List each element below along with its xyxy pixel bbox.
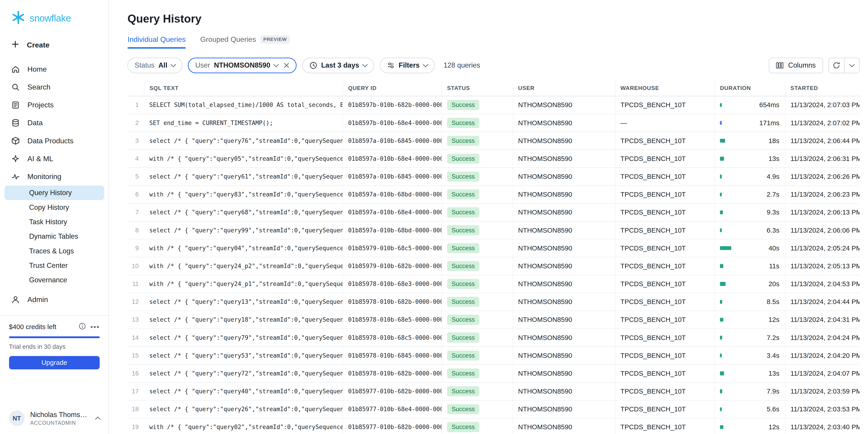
- duration-value: 6.3s: [767, 226, 779, 234]
- status-badge: Success: [447, 154, 479, 164]
- sidebar-item-admin[interactable]: Admin: [0, 291, 108, 309]
- started-cell: 11/13/2024, 2:06:06 PM: [785, 221, 860, 239]
- sidebar-item-data-products[interactable]: Data Products: [0, 132, 108, 150]
- query-row[interactable]: 6with /* { "query":"query83","streamId":…: [127, 186, 860, 204]
- header-warehouse[interactable]: WAREHOUSE: [615, 82, 715, 96]
- refresh-options-button[interactable]: [844, 58, 859, 73]
- user-cell: NTHOMSON8590: [513, 186, 615, 204]
- user-filter[interactable]: User NTHOMSON8590: [188, 58, 297, 73]
- header-sql-text[interactable]: SQL TEXT: [144, 82, 343, 96]
- query-row[interactable]: 16select /* { "query":"query72","streamI…: [127, 364, 860, 382]
- started-cell: 11/13/2024, 2:06:23 PM: [785, 186, 860, 204]
- sidebar-item-governance[interactable]: Governance: [4, 273, 104, 287]
- row-number: 19: [127, 418, 144, 434]
- create-label: Create: [27, 41, 50, 49]
- info-icon[interactable]: [79, 322, 86, 331]
- tab-grouped-queries[interactable]: Grouped Queries PREVIEW: [200, 35, 289, 49]
- row-number: 2: [127, 114, 144, 132]
- ai-ml-icon: [11, 154, 20, 163]
- started-cell: 11/13/2024, 2:03:53 PM: [785, 400, 860, 418]
- sql-text-cell: select /* { "query":"query79","streamId"…: [144, 329, 343, 346]
- sidebar-item-projects[interactable]: Projects: [0, 96, 108, 114]
- query-row[interactable]: 18select /* { "query":"query26","streamI…: [127, 400, 860, 418]
- snowflake-logo[interactable]: snowflake: [0, 0, 108, 35]
- time-range-filter[interactable]: Last 3 days: [302, 58, 374, 73]
- user-cell: NTHOMSON8590: [513, 400, 615, 418]
- duration-bar: [720, 175, 721, 178]
- started-cell: 11/13/2024, 2:04:20 PM: [785, 346, 860, 364]
- sidebar-item-traces-logs[interactable]: Traces & Logs: [4, 244, 104, 258]
- sidebar-item-trust-center[interactable]: Trust Center: [4, 258, 104, 273]
- sidebar-item-data[interactable]: Data: [0, 114, 108, 132]
- header-user[interactable]: USER: [513, 82, 615, 96]
- sidebar-item-search[interactable]: Search: [0, 78, 108, 96]
- query-row[interactable]: 14select /* { "query":"query79","streamI…: [127, 329, 860, 346]
- upgrade-button[interactable]: Upgrade: [9, 356, 100, 369]
- tab-individual-queries[interactable]: Individual Queries: [127, 35, 186, 49]
- status-cell: Success: [442, 382, 513, 400]
- clear-user-filter-icon[interactable]: [284, 63, 289, 68]
- sidebar-item-monitoring[interactable]: Monitoring: [0, 168, 108, 186]
- query-row[interactable]: 17select /* { "query":"query40","streamI…: [127, 382, 860, 400]
- status-badge: Success: [447, 118, 479, 128]
- query-row[interactable]: 3select /* { "query":"query76","streamId…: [127, 132, 860, 150]
- status-badge: Success: [447, 225, 479, 235]
- columns-button[interactable]: Columns: [769, 58, 823, 73]
- status-badge: Success: [447, 100, 479, 110]
- status-filter[interactable]: Status All: [127, 58, 182, 73]
- avatar: NT: [9, 410, 25, 426]
- row-number: 4: [127, 150, 144, 167]
- status-filter-value: All: [158, 61, 167, 69]
- refresh-button[interactable]: [829, 58, 844, 73]
- query-row[interactable]: 5select /* { "query":"query61","streamId…: [127, 167, 860, 185]
- started-cell: 11/13/2024, 2:05:24 PM: [785, 239, 860, 257]
- status-badge: Success: [447, 315, 479, 324]
- tab-label: Individual Queries: [127, 35, 186, 43]
- chevron-down-icon: [170, 62, 176, 67]
- status-badge: Success: [447, 422, 479, 432]
- duration-value: 2.7s: [767, 191, 779, 198]
- query-row[interactable]: 13select /* { "query":"query18","streamI…: [127, 311, 860, 329]
- query-row[interactable]: 12select /* { "query":"query13","streamI…: [127, 293, 860, 311]
- sidebar-item-label: Query History: [29, 189, 72, 197]
- more-options-icon[interactable]: •••: [90, 324, 100, 330]
- status-badge: Success: [447, 136, 479, 146]
- header-status[interactable]: STATUS: [442, 82, 513, 96]
- sidebar-item-home[interactable]: Home: [0, 60, 108, 78]
- user-menu[interactable]: NT Nicholas Thoms… ACCOUNTADMIN: [0, 403, 108, 434]
- query-row[interactable]: 8select /* { "query":"query99","streamId…: [127, 221, 860, 239]
- query-row[interactable]: 19with /* { "query":"query02","streamId"…: [127, 418, 860, 434]
- header-duration[interactable]: DURATION: [715, 82, 785, 96]
- filters-button[interactable]: Filters: [380, 58, 435, 73]
- sidebar-item-ai-ml[interactable]: AI & ML: [0, 150, 108, 168]
- sidebar-item-label: Home: [27, 65, 47, 73]
- snowflake-logo-icon: [11, 10, 26, 27]
- user-cell: NTHOMSON8590: [513, 132, 615, 150]
- status-badge: Success: [447, 172, 479, 182]
- filters-icon: [387, 61, 395, 69]
- duration-value: 8.5s: [767, 298, 779, 306]
- duration-value: 654ms: [759, 101, 779, 109]
- sidebar-item-dynamic-tables[interactable]: Dynamic Tables: [4, 229, 104, 244]
- projects-icon: [11, 101, 20, 110]
- status-badge: Success: [447, 333, 479, 342]
- home-icon: [11, 65, 20, 74]
- query-row[interactable]: 7select /* { "query":"query68","streamId…: [127, 204, 860, 221]
- query-row[interactable]: 2SET end_time = CURRENT_TIMESTAMP();01b8…: [127, 114, 860, 132]
- query-row[interactable]: 1SELECT SUM(total_elapsed_time)/1000 AS …: [127, 96, 860, 114]
- sidebar-item-label: Data: [27, 119, 43, 127]
- duration-value: 5.6s: [767, 405, 779, 413]
- sidebar-item-copy-history[interactable]: Copy History: [4, 200, 104, 215]
- header-query-id[interactable]: QUERY ID: [343, 82, 442, 96]
- create-button[interactable]: Create: [0, 35, 108, 55]
- query-row[interactable]: 10with /* { "query":"query24_p2","stream…: [127, 257, 860, 275]
- sidebar-item-label: Search: [27, 83, 51, 91]
- sidebar-item-task-history[interactable]: Task History: [4, 215, 104, 229]
- query-row[interactable]: 15select /* { "query":"query53","streamI…: [127, 346, 860, 364]
- query-row[interactable]: 11with /* { "query":"query24_p1","stream…: [127, 275, 860, 293]
- status-badge: Success: [447, 207, 479, 217]
- header-started[interactable]: STARTED: [785, 82, 860, 96]
- sidebar-item-query-history[interactable]: Query History: [4, 186, 104, 200]
- query-row[interactable]: 9with /* { "query":"query04","streamId":…: [127, 239, 860, 257]
- query-row[interactable]: 4with /* { "query":"query05","streamId":…: [127, 150, 860, 167]
